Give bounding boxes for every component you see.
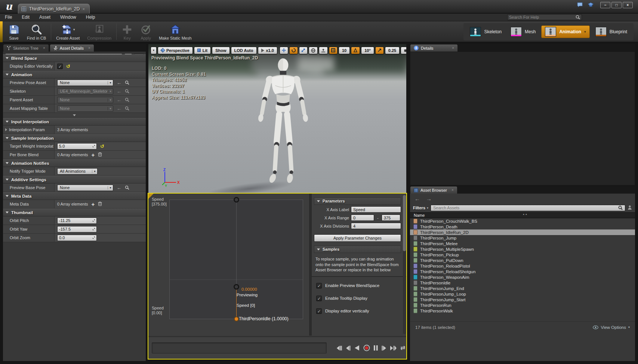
x-axis-range-min-input[interactable]	[351, 215, 374, 221]
section-blend-space[interactable]: Blend Space	[3, 54, 146, 62]
option-checkbox[interactable]: ✓	[316, 296, 322, 301]
clear-array-icon[interactable]	[98, 152, 102, 157]
notify-trigger-mode-dropdown[interactable]: All Animations▾	[57, 168, 98, 175]
asset-list-item[interactable]: ThirdPerson_PutDown	[410, 257, 635, 263]
section-sample-interpolation[interactable]: Sample Interpolation	[3, 134, 146, 142]
rotation-snap-value-button[interactable]: 10°	[361, 47, 374, 54]
asset-list-item[interactable]: ThirdPerson_Death	[410, 224, 635, 229]
tab-close-icon[interactable]: ×	[88, 46, 90, 50]
show-menu-button[interactable]: Show	[212, 47, 229, 54]
rotate-tool-button[interactable]	[289, 47, 298, 54]
menu-item[interactable]: Edit	[17, 13, 34, 21]
browse-icon[interactable]	[125, 106, 129, 111]
filters-button[interactable]: Filters▾	[413, 206, 428, 210]
section-input-interpolation[interactable]: Input Interpolation	[3, 118, 146, 126]
menu-item[interactable]: File	[0, 13, 17, 21]
viewport-options-button[interactable]: ▾	[151, 47, 157, 54]
menu-item[interactable]: Window	[55, 13, 81, 21]
section-thumbnail[interactable]: Thumbnail	[3, 209, 146, 216]
document-tab[interactable]: ThirdPerson_IdleRun_2D ×	[18, 4, 90, 13]
help-search-input[interactable]	[509, 15, 576, 19]
scale-tool-button[interactable]	[299, 47, 308, 54]
browse-icon[interactable]	[125, 98, 129, 102]
skip-to-end-button[interactable]	[390, 346, 397, 351]
save-search-user-icon[interactable]	[628, 204, 632, 211]
clear-array-icon[interactable]	[98, 201, 102, 207]
orbit-yaw-field[interactable]	[57, 226, 97, 232]
translate-tool-button[interactable]	[280, 47, 288, 54]
tab-asset-details[interactable]: Asset Details ×	[50, 44, 94, 52]
rotation-snap-toggle[interactable]	[351, 47, 360, 54]
asset-list-item[interactable]: ThirdPerson_ReloadShotgun	[410, 269, 635, 274]
asset-search-input[interactable]	[433, 206, 618, 210]
history-forward-button[interactable]: →	[426, 195, 432, 202]
menu-item[interactable]: Asset	[34, 13, 55, 21]
editor-mode-button[interactable]: Blueprint ▾	[592, 26, 631, 38]
asset-list-item[interactable]: ThirdPersonWalk	[410, 308, 635, 314]
play-reverse-button[interactable]	[354, 345, 360, 351]
feedback-bubble-icon[interactable]	[576, 1, 584, 8]
reset-to-default-icon[interactable]: ↺	[66, 64, 70, 69]
apply-parameter-changes-button[interactable]: Apply Parameter Changes	[314, 234, 401, 242]
asset-list-item[interactable]: ThirdPerson_IdleRun_2D	[410, 229, 635, 235]
playback-speed-button[interactable]: x1.0	[258, 47, 277, 54]
option-checkbox[interactable]: ✓	[316, 283, 322, 289]
record-button[interactable]	[363, 345, 370, 351]
asset-list-item[interactable]: ThirdPersonIdle	[410, 280, 635, 286]
asset-list-item[interactable]: ThirdPersonRun	[410, 302, 635, 308]
asset-search-field[interactable]	[431, 205, 625, 211]
parameters-section-header[interactable]: Parameters	[314, 197, 401, 205]
add-element-icon[interactable]: +	[92, 152, 95, 158]
create-asset-dropdown-icon[interactable]: ▾	[73, 28, 75, 31]
find-in-cb-button[interactable]: Find in CB	[23, 22, 50, 41]
asset-list-item[interactable]: ThirdPerson_Pickup	[410, 252, 635, 257]
asset-list-item[interactable]: ThirdPerson_Melee	[410, 241, 635, 246]
browse-icon[interactable]	[125, 89, 129, 93]
asset-list-item[interactable]: ThirdPerson_ReloadPistol	[410, 263, 635, 269]
section-animation[interactable]: Animation	[3, 71, 146, 78]
x-axis-divisions-input[interactable]	[351, 223, 401, 229]
make-static-mesh-button[interactable]: Make Static Mesh	[155, 22, 195, 41]
perspective-button[interactable]: Perspective	[158, 47, 193, 54]
orbit-zoom-field[interactable]	[57, 235, 97, 241]
save-button[interactable]: Save	[4, 22, 23, 41]
pause-button[interactable]	[374, 345, 378, 351]
column-header-name[interactable]: Name ▲▲	[410, 212, 635, 218]
tutorial-cap-icon[interactable]	[587, 1, 594, 8]
editor-mode-button[interactable]: Mesh ▾	[507, 26, 539, 38]
titlebar[interactable]: u ThirdPerson_IdleRun_2D × – □ ×	[0, 0, 638, 13]
asset-list-item[interactable]: ThirdPersonJump_End	[410, 286, 635, 291]
tab-details[interactable]: i Details ×	[410, 44, 458, 52]
scrollbar-thumb[interactable]	[403, 195, 406, 251]
asset-list-item[interactable]: ThirdPersonJump_Loop	[410, 291, 635, 297]
expand-row-icon[interactable]	[5, 128, 7, 131]
asset-list-item[interactable]: ThirdPerson_CrouchWalk_BS	[410, 218, 635, 224]
mode-dropdown-icon[interactable]: ▾	[584, 30, 586, 34]
section-additive-settings[interactable]: Additive Settings	[3, 176, 146, 183]
show-advanced-expander[interactable]	[3, 113, 146, 118]
menu-item[interactable]: Help	[81, 13, 100, 21]
skip-to-start-button[interactable]	[336, 346, 342, 351]
option-checkbox[interactable]: ✓	[316, 308, 322, 314]
create-asset-button[interactable]: ▾ Create Asset	[52, 22, 83, 41]
loop-toggle-button[interactable]: ⇄	[400, 345, 405, 351]
x-axis-label-input[interactable]	[351, 206, 401, 213]
help-search-field[interactable]	[507, 14, 582, 20]
section-meta-data[interactable]: Meta Data	[3, 192, 146, 200]
editor-mode-button[interactable]: Animation ▾	[541, 25, 589, 38]
surface-snap-button[interactable]	[319, 47, 328, 54]
editor-mode-button[interactable]: Skeleton ▾	[466, 26, 505, 38]
lit-mode-button[interactable]: Lit	[194, 47, 211, 54]
tab-close-icon[interactable]: ×	[43, 46, 45, 50]
camera-speed-button[interactable]: 4	[401, 47, 406, 54]
scale-snap-toggle[interactable]	[375, 47, 384, 54]
sample-point[interactable]	[234, 197, 239, 203]
samples-section-header[interactable]: Samples	[314, 246, 401, 253]
history-back-button[interactable]: ←	[414, 195, 420, 202]
preview-viewport[interactable]: ▾ Perspective Lit Show LOD Auto x1.0 10 …	[148, 44, 406, 193]
use-selected-icon[interactable]: ←	[117, 185, 121, 190]
view-options-button[interactable]: View Options ▾	[593, 325, 630, 330]
use-selected-icon[interactable]: ←	[117, 80, 121, 85]
scale-snap-value-button[interactable]: 0.25	[385, 47, 400, 54]
preview-pose-asset-dropdown[interactable]: None▾	[57, 80, 113, 86]
